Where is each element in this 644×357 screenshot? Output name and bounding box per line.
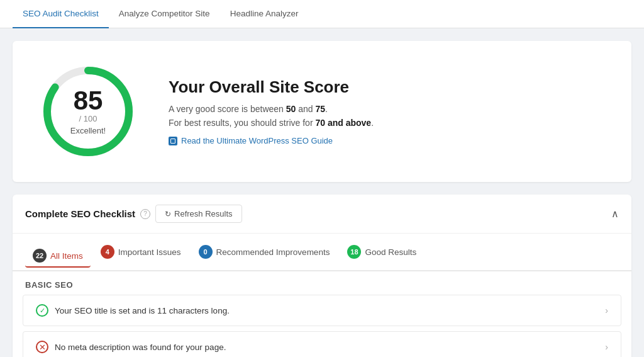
improvements-badge: 0: [199, 245, 213, 259]
item-text-meta: No meta description was found for your p…: [55, 343, 226, 352]
filter-tabs: 22 All Items 4 Important Issues 0 Recomm…: [13, 234, 631, 271]
item-text-title: Your SEO title is set and is 11 characte…: [55, 306, 230, 315]
all-label: All Items: [50, 251, 83, 261]
tab-headline[interactable]: Headline Analyzer: [220, 0, 309, 28]
help-icon[interactable]: ?: [140, 209, 150, 219]
all-badge: 22: [33, 249, 47, 263]
chevron-right-icon-2: ›: [605, 342, 608, 352]
filter-tab-issues[interactable]: 4 Important Issues: [93, 241, 189, 263]
good-label: Good Results: [365, 247, 416, 257]
gauge-text: 85 / 100 Excellent!: [70, 88, 106, 135]
score-link[interactable]: Read the Ultimate WordPress SEO Guide: [169, 136, 374, 145]
basic-seo-title: Basic SEO: [13, 271, 631, 295]
filter-tab-improvements[interactable]: 0 Recommended Improvements: [191, 241, 338, 263]
score-gauge: 85 / 100 Excellent!: [38, 61, 138, 162]
gauge-label: Excellent!: [70, 126, 106, 135]
tab-seo-audit[interactable]: SEO Audit Checklist: [13, 0, 109, 28]
score-desc1: A very good score is between 50 and 75.: [169, 102, 374, 116]
checklist-header: Complete SEO Checklist ? ↻ Refresh Resul…: [13, 195, 631, 234]
improvements-label: Recommended Improvements: [216, 247, 330, 257]
score-link-text: Read the Ultimate WordPress SEO Guide: [181, 136, 333, 145]
gauge-score: 85: [70, 88, 106, 114]
checklist-item-meta[interactable]: ✕ No meta description was found for your…: [23, 331, 621, 357]
tab-competitor[interactable]: Analyze Competitor Site: [109, 0, 220, 28]
refresh-label: Refresh Results: [174, 209, 232, 218]
score-info: Your Overall Site Score A very good scor…: [169, 77, 374, 146]
refresh-button[interactable]: ↻ Refresh Results: [155, 205, 242, 223]
collapse-icon[interactable]: ∧: [611, 208, 619, 220]
gauge-total: / 100: [70, 114, 106, 123]
checklist-title: Complete SEO Checklist: [25, 208, 135, 219]
filter-tab-good[interactable]: 18 Good Results: [340, 241, 424, 263]
good-badge: 18: [347, 245, 361, 259]
checklist-item-title[interactable]: ✓ Your SEO title is set and is 11 charac…: [23, 295, 621, 326]
tabs-bar: SEO Audit Checklist Analyze Competitor S…: [0, 0, 644, 28]
checklist-title-row: Complete SEO Checklist ? ↻ Refresh Resul…: [25, 205, 242, 223]
success-icon: ✓: [36, 304, 48, 317]
filter-tab-all[interactable]: 22 All Items: [25, 245, 91, 268]
link-icon: [169, 137, 177, 145]
refresh-icon: ↻: [165, 210, 171, 218]
checklist-section: Complete SEO Checklist ? ↻ Refresh Resul…: [13, 195, 631, 357]
item-left-title: ✓ Your SEO title is set and is 11 charac…: [36, 304, 230, 317]
page-wrapper: SEO Audit Checklist Analyze Competitor S…: [0, 0, 644, 357]
issues-badge: 4: [101, 245, 114, 259]
chevron-right-icon: ›: [605, 305, 608, 315]
error-icon: ✕: [36, 341, 48, 353]
score-title: Your Overall Site Score: [169, 77, 374, 97]
item-left-meta: ✕ No meta description was found for your…: [36, 341, 226, 353]
score-card: 85 / 100 Excellent! Your Overall Site Sc…: [13, 41, 631, 182]
issues-label: Important Issues: [118, 247, 181, 257]
score-desc2: For best results, you should strive for …: [169, 116, 374, 130]
